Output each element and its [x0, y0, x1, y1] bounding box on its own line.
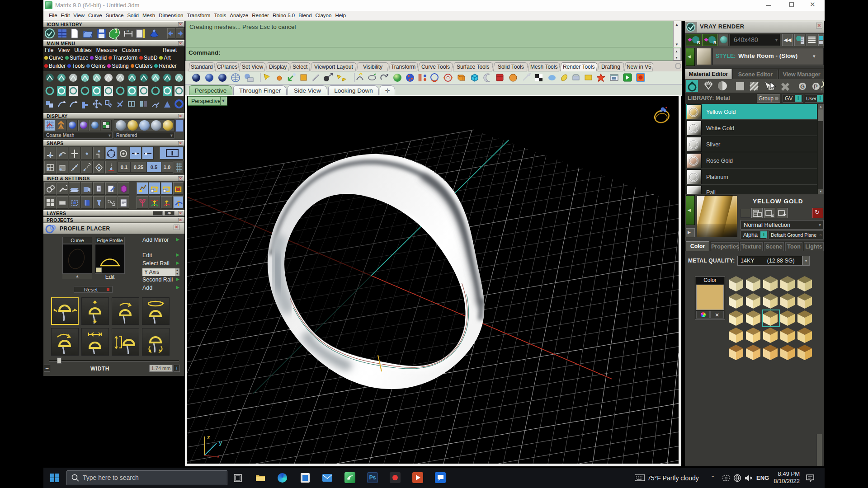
svg-text:G: G [800, 83, 805, 90]
svg-text:P: P [814, 83, 818, 90]
svg-text:1: 1 [115, 28, 118, 33]
svg-text:R: R [713, 40, 717, 45]
svg-text:*: * [217, 455, 219, 461]
svg-text:y: y [219, 439, 222, 446]
svg-text:D: D [127, 29, 129, 33]
svg-text:R: R [697, 40, 700, 45]
svg-text:z: z [207, 434, 210, 441]
